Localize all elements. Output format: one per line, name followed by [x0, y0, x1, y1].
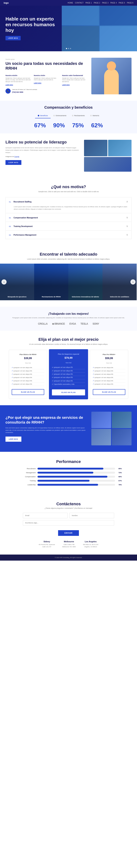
hero-dot-2[interactable] — [68, 48, 69, 49]
partner-col-vision: Nuestra visión Sample text. Click to add… — [34, 74, 59, 86]
pricing-features-featured: quisquam vel nam aliqua Elit. quisquam v… — [52, 366, 85, 386]
comp-stat-4: 62% — [91, 122, 103, 129]
comp-tab-label-2: Entrenamiento — [56, 115, 66, 117]
motiva-item-3-header[interactable]: 03. Training Development ∨ — [6, 222, 131, 230]
partners-logos: CROLLA ◆ BINANCE EVGA TESLA SONY — [5, 322, 132, 325]
motiva-item-1: 01. Recruitment Staffing ∧ Lorem ipsum d… — [6, 197, 131, 213]
contact-office-city-3: Los Angeles — [83, 540, 98, 542]
partner-col-valor-link[interactable]: LEER MÁS — [62, 84, 88, 86]
motiva-item-1-header[interactable]: 01. Recruitment Staffing ∧ — [6, 197, 131, 206]
contact-office-addr1-3: 500 Main St, Ste A LOS — [83, 544, 98, 546]
perf-bar-fill-2 — [38, 472, 93, 473]
comp-stat-1: 67% — [34, 122, 46, 129]
nav-page1[interactable]: PAGE 1 — [86, 2, 92, 4]
navbar: logo HOME CONTACT PAGE 1 PAGE 2 PAGE 3 P… — [0, 0, 137, 6]
lead-img-1 — [84, 140, 107, 156]
leadership-images — [84, 140, 132, 172]
whyus-cta-button[interactable]: LEER MÁS — [5, 437, 21, 442]
motiva-item-1-title: Recruitment Staffing — [13, 201, 32, 203]
partner-logo-sony: SONY — [92, 322, 99, 325]
comp-stat-value-1: 67% — [34, 122, 46, 129]
perf-bar-val-2: 72% — [117, 472, 123, 473]
pricing-btn-pro[interactable]: ELIGE UN PLAN — [93, 389, 125, 395]
partner-col-mission-text: Sample text. Click to add your own text … — [5, 77, 31, 83]
nav-contact[interactable]: CONTACT — [75, 2, 84, 4]
partner-col-mission-link[interactable]: LEER MÁS — [5, 84, 31, 86]
carousel-prev-button[interactable]: ‹ — [1, 279, 7, 284]
motiva-item-4-header[interactable]: 04. Performance Management ∨ — [6, 230, 131, 239]
motiva-item-4-title: Performance Management — [13, 234, 36, 236]
contact-name-input[interactable] — [70, 513, 114, 518]
performance-title: Performance — [5, 459, 132, 464]
footer: © 2024 HR Consulting. All rights reserve… — [0, 555, 137, 561]
pricing-card-basic: Plan Básico de RRHH $39,99 Now trial qui… — [9, 350, 47, 399]
hero-cta-button[interactable]: LEER MÁS — [5, 36, 20, 40]
hero-image-grid — [62, 0, 137, 51]
perf-bar-track-1 — [38, 468, 115, 469]
comp-tab-entrenamiento[interactable]: Entrenamiento — [51, 113, 69, 118]
nav-page3[interactable]: PAGE 3 — [102, 2, 108, 4]
nav-links: HOME CONTACT PAGE 1 PAGE 2 PAGE 3 PAGE 4… — [67, 2, 133, 4]
contact-email-input[interactable] — [23, 513, 67, 518]
leadership-cta-button[interactable]: LEER MÁS — [5, 160, 21, 165]
hero-background-image — [62, 0, 137, 51]
whyus-img-3 — [91, 429, 111, 445]
compensation-stats: 67% 90% 75% 62% — [5, 122, 132, 129]
hero-content: Hable con un experto en recursos humanos… — [0, 9, 64, 48]
leadership-freepik-link[interactable]: Freepik — [14, 156, 19, 157]
partners-subtitle: Paragraph Lorem ipsum dolor sit amet, co… — [5, 317, 132, 318]
perf-bar-fill-3 — [38, 476, 107, 477]
contact-office-city-1: Sidney — [39, 540, 55, 542]
partner-phone-number: (702) 822 9999 — [12, 91, 23, 93]
partner-col-valor-heading: Nuestro valor fundamental — [62, 74, 88, 76]
perf-bar-track-2 — [38, 472, 115, 473]
partners-section: ¡Trabajando con los mejores! Paragraph L… — [0, 307, 137, 331]
partners-title: ¡Trabajando con los mejores! — [5, 312, 132, 315]
contact-submit-button[interactable]: ENVIAR — [58, 530, 79, 536]
pricing-btn-basic[interactable]: ELIGE UN PLAN — [12, 389, 44, 395]
pricing-per-pro: Now trial — [93, 362, 125, 364]
hero-dot-1[interactable] — [66, 48, 67, 49]
contact-office-addr1-1: 45 Primera Rd, Syracuse — [39, 544, 55, 546]
contact-form-row-1 — [23, 513, 114, 518]
pricing-title: Elija el plan con el mejor precio — [4, 337, 133, 342]
partner-col-valor-text: Sample text. Click to add your text here… — [62, 77, 88, 83]
comp-tab-reclutamiento[interactable]: Reclutamiento — [69, 113, 88, 118]
carousel-next-button[interactable]: › — [130, 279, 136, 284]
partner-image — [91, 58, 132, 94]
perf-bar-row-3: Compensation 90% — [14, 476, 123, 477]
whyus-img-2 — [112, 412, 132, 428]
comp-tab-beneficios[interactable]: Beneficios — [35, 113, 51, 118]
nav-page4[interactable]: PAGE 4 — [110, 2, 117, 4]
contact-form — [23, 513, 114, 526]
partner-logo-evga: EVGA — [70, 322, 76, 325]
pricing-feature-basic-2: quisquam vel nam aliqua Elit. — [12, 369, 44, 373]
compensation-tabs: Beneficios Entrenamiento Reclutamiento M… — [5, 113, 132, 118]
nav-page6[interactable]: PAGE 6 — [127, 2, 133, 4]
nav-page5[interactable]: PAGE 5 — [119, 2, 125, 4]
comp-tab-dot-3 — [72, 115, 74, 116]
pricing-feature-featured-4: quisquam vel nam aliqua Elit. — [52, 376, 85, 379]
pricing-btn-featured[interactable]: ELIGE UN PLAN — [52, 389, 85, 395]
perf-bar-fill-5 — [38, 484, 98, 486]
motiva-item-2-header[interactable]: 02. Compensation Management ∨ — [6, 213, 131, 222]
pricing-feature-featured-6: Capacidades avanzadas y más. — [52, 382, 85, 386]
partner-col-vision-link[interactable]: LEER MÁS — [34, 82, 59, 84]
whyus-title: ¿Por qué elegir una empresa de servicios… — [5, 415, 87, 425]
perf-bar-label-3: Compensation — [14, 476, 36, 477]
whyus-images — [91, 412, 132, 445]
partner-col-mission: Nuestra misión Sample text. Click to add… — [5, 74, 31, 86]
comp-tab-dot-2 — [53, 115, 55, 116]
compensation-section: Compensación y beneficios Beneficios Ent… — [0, 101, 137, 133]
partner-title: Un socio para todas sus necesidades de R… — [5, 61, 88, 71]
nav-page2[interactable]: PAGE 2 — [94, 2, 100, 4]
nav-home[interactable]: HOME — [67, 2, 73, 4]
contact-message-input[interactable] — [23, 520, 114, 526]
hero-dot-3[interactable] — [70, 48, 71, 49]
talent-carousel: ‹ Búsqueda de ejecutivos Reclutamiento d… — [0, 264, 137, 300]
contact-title: Contáctenos — [5, 502, 132, 506]
pricing-subtitle: Ut visi commodo vitae elementum condus e… — [4, 343, 133, 345]
comp-tab-mentoria[interactable]: Mentoría — [88, 113, 102, 118]
talent-card-label-2: Reclutamiento de RRHH — [36, 296, 66, 298]
comp-tab-dot-4 — [90, 115, 92, 116]
